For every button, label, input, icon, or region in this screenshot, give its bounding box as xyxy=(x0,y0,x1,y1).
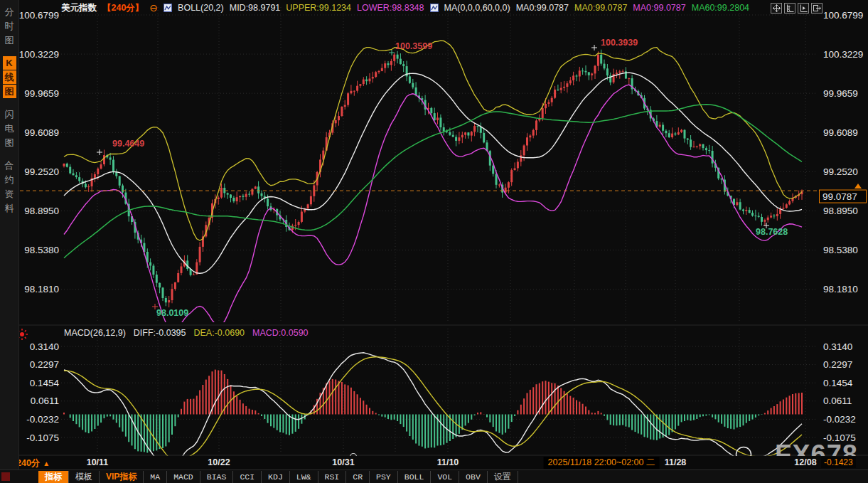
boll-indicator-icon[interactable] xyxy=(164,4,172,12)
chart-control-buttons xyxy=(771,3,823,14)
macd-axis-label: 0.3140 xyxy=(30,341,59,352)
sidebar-item-1[interactable]: K线图 xyxy=(3,56,16,98)
price-annotation: 99.4649 xyxy=(112,139,144,149)
scale-y-axis-icon[interactable] xyxy=(784,3,795,14)
ma-indicator-icon[interactable] xyxy=(430,4,439,12)
ma0-white-value: MA0:99.0787 xyxy=(516,3,569,13)
price-annotation: 98.7628 xyxy=(756,227,788,237)
x-axis-label: 11/28 xyxy=(665,457,687,467)
boll-upper-value: UPPER:99.1234 xyxy=(286,3,351,13)
x-axis-label: 10/11 xyxy=(87,457,109,467)
macd-dea-value: DEA:-0.0690 xyxy=(193,328,245,338)
pan-icon[interactable] xyxy=(771,3,782,14)
macd-value-tag: -0.1423 xyxy=(821,457,856,468)
price-axis-label: 99.9659 xyxy=(823,88,858,99)
price-axis-label: 99.6089 xyxy=(823,127,858,138)
toolbar-tab-14[interactable]: OBV xyxy=(459,471,488,483)
toolbar-tab-1[interactable]: 模板 xyxy=(69,471,100,483)
ma60-value: MA60:99.2804 xyxy=(692,3,749,13)
x-axis-label: 11/10 xyxy=(437,457,459,467)
macd-axis-label: 0.0611 xyxy=(31,396,59,406)
price-axis-label: 98.8950 xyxy=(24,206,59,216)
toolbar-tab-5[interactable]: BIAS xyxy=(200,471,234,483)
macd-axis-label: -0.0232 xyxy=(823,414,856,425)
toolbar-tab-15[interactable]: 设置 xyxy=(488,471,518,483)
toolbar-tab-13[interactable]: VOL xyxy=(431,471,459,483)
bottom-toolbar: 指标模板VIP指标MAMACDBIASCCIKDJLW&RSICRPSYBOLL… xyxy=(0,469,868,483)
ma0-yellow-value: MA0:99.0787 xyxy=(574,3,627,13)
macd-label: MACD(26,12,9) xyxy=(64,328,126,338)
price-axis-label: 100.6799 xyxy=(19,10,59,21)
toolbar-tab-10[interactable]: CR xyxy=(346,471,370,483)
chart-canvas[interactable]: 100.6799100.6799100.3229100.322999.96599… xyxy=(0,0,868,483)
trading-app: 100.6799100.6799100.3229100.322999.96599… xyxy=(0,0,868,483)
price-axis-label: 99.2520 xyxy=(823,166,858,177)
price-axis-label: 98.1810 xyxy=(823,284,858,294)
current-price-tag: 99.0787 xyxy=(820,184,867,203)
toolbar-tab-3[interactable]: MA xyxy=(144,471,167,483)
toolbar-tab-11[interactable]: PSY xyxy=(370,471,398,483)
symbol-name: 美元指数 xyxy=(61,2,97,14)
x-axis-label: 10/31 xyxy=(332,457,354,467)
toolbar-tab-12[interactable]: BOLL xyxy=(398,471,432,483)
scale-x-axis-icon[interactable] xyxy=(798,3,809,14)
macd-axis-label: -0.0232 xyxy=(26,414,59,425)
price-axis-label: 99.2520 xyxy=(24,166,59,177)
price-axis-label: 98.5380 xyxy=(24,245,59,255)
ma0-magenta-value: MA0:99.0787 xyxy=(633,3,685,13)
boll-mid-value: MID:98.9791 xyxy=(230,3,281,13)
macd-macd-value: MACD:0.0590 xyxy=(252,328,309,338)
macd-lines xyxy=(64,353,802,472)
macd-axis-label: -0.1075 xyxy=(26,432,59,443)
macd-axis-label: 0.2297 xyxy=(30,359,59,370)
macd-header: MACD(26,12,9) DIFF:-0.0395 DEA:-0.0690 M… xyxy=(64,328,309,338)
macd-diff-value: DIFF:-0.0395 xyxy=(134,328,186,338)
collapse-icon[interactable]: ⊖ xyxy=(149,3,158,13)
price-annotation: 100.3939 xyxy=(601,38,638,48)
up-triangle-icon: ▲ xyxy=(43,460,50,467)
candlesticks xyxy=(63,50,803,307)
sidebar-item-2[interactable]: 闪电图 xyxy=(3,107,16,149)
price-axis-label: 99.6089 xyxy=(24,127,59,138)
crosshair-date-label: 2025/11/18 22:00~02:00 二 xyxy=(544,457,660,469)
price-axis-label: 99.9659 xyxy=(24,88,59,99)
boll-lower-value: LOWER:98.8348 xyxy=(357,3,424,13)
pan-right-icon[interactable] xyxy=(811,3,823,14)
toolbar-tab-6[interactable]: CCI xyxy=(233,471,262,483)
toolbar-tab-0[interactable]: 指标 xyxy=(38,471,69,483)
sidebar-item-3[interactable]: 合约资料 xyxy=(3,159,16,215)
price-axis-label: 100.3229 xyxy=(19,49,59,60)
ma-label: MA(0,0,0,60,0,0) xyxy=(444,3,510,13)
indicator-header: 美元指数 【240分】 ⊖ BOLL(20,2) MID:98.9791 UPP… xyxy=(61,2,749,14)
price-annotation: 98.0109 xyxy=(156,308,188,318)
price-axis-label: 98.1810 xyxy=(24,284,59,294)
price-axis-label: 100.6799 xyxy=(823,10,863,21)
macd-axis-label: 0.3140 xyxy=(823,341,852,352)
toolbar-tab-8[interactable]: LW& xyxy=(290,471,318,483)
svg-text:99.0787: 99.0787 xyxy=(823,191,857,202)
price-axis-label: 100.3229 xyxy=(823,49,863,60)
macd-axis-label: 0.2297 xyxy=(823,359,852,370)
logo-square-icon xyxy=(1,472,10,481)
price-annotation: 100.3599 xyxy=(395,41,432,51)
toolbar-tab-2[interactable]: VIP指标 xyxy=(100,471,144,483)
x-axis-label: 10/22 xyxy=(208,457,230,467)
macd-axis-label: 0.0611 xyxy=(823,396,852,406)
boll-label: BOLL(20,2) xyxy=(178,3,224,13)
price-axis-label: 98.8950 xyxy=(823,206,858,216)
macd-axis-label: 0.1454 xyxy=(30,378,60,388)
price-axis-label: 98.5380 xyxy=(823,245,858,255)
period-label[interactable]: 【240分】 xyxy=(102,2,144,14)
toolbar-tab-7[interactable]: KDJ xyxy=(262,471,290,483)
sidebar-item-0[interactable]: 分时图 xyxy=(3,5,16,47)
macd-axis-label: 0.1454 xyxy=(823,378,853,388)
sidebar: 分时图K线图闪电图合约资料 xyxy=(0,0,19,483)
x-axis-row: 240分▲ 10/1110/2210/3111/1011/2812/08 202… xyxy=(19,456,868,469)
toolbar-tab-9[interactable]: RSI xyxy=(318,471,347,483)
x-axis-label: 12/08 xyxy=(794,457,816,467)
toolbar-tab-4[interactable]: MACD xyxy=(167,471,200,483)
timeframe-selector[interactable]: 240分▲ xyxy=(16,457,50,469)
